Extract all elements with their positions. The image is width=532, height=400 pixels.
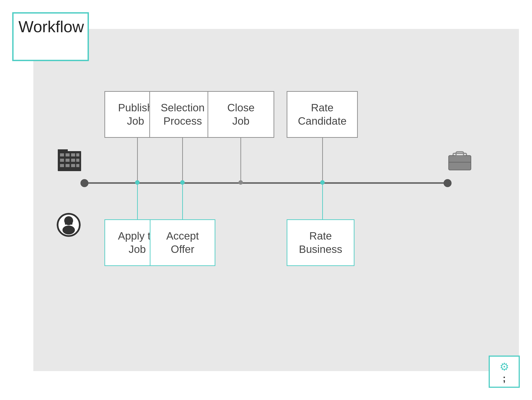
- apply-job-connector: [137, 184, 138, 219]
- svg-point-24: [63, 226, 75, 235]
- title-box: Workflow: [12, 12, 89, 61]
- rate-business-label: Rate Business: [299, 229, 342, 256]
- selection-process-label: Selection Process: [161, 101, 204, 128]
- publish-job-connector: [137, 138, 138, 183]
- rate-candidate-label: Rate Candidate: [298, 101, 347, 128]
- svg-rect-4: [76, 153, 79, 156]
- logo-box: ⚙ ;: [489, 356, 520, 388]
- svg-rect-5: [60, 159, 64, 162]
- selection-process-connector: [182, 138, 183, 183]
- accept-offer-connector: [182, 184, 183, 219]
- svg-rect-10: [66, 164, 70, 167]
- close-job-box[interactable]: Close Job: [208, 91, 274, 138]
- close-job-timeline-dot: [238, 180, 243, 185]
- svg-rect-2: [66, 153, 70, 156]
- page-title: Workflow: [19, 18, 84, 36]
- rate-business-connector: [322, 184, 323, 219]
- svg-point-26: [71, 223, 72, 225]
- svg-rect-1: [60, 153, 64, 156]
- apply-job-timeline-dot: [135, 180, 139, 185]
- svg-rect-13: [58, 149, 68, 152]
- accept-offer-label: Accept Offer: [166, 229, 199, 256]
- svg-rect-11: [71, 164, 75, 167]
- svg-rect-3: [71, 153, 75, 156]
- svg-rect-7: [71, 159, 75, 162]
- svg-point-25: [65, 223, 67, 225]
- publish-job-label: Publish Job: [118, 101, 153, 128]
- rate-candidate-connector: [322, 138, 323, 183]
- briefcase-icon: [448, 149, 472, 172]
- timeline-dot-end: [443, 179, 452, 187]
- rate-business-timeline-dot: [320, 180, 325, 185]
- svg-rect-12: [76, 164, 79, 167]
- rate-candidate-box[interactable]: Rate Candidate: [287, 91, 358, 138]
- accept-offer-timeline-dot: [180, 180, 185, 185]
- close-job-label: Close Job: [227, 101, 255, 128]
- selection-process-box[interactable]: Selection Process: [149, 91, 216, 138]
- timeline-dot-start: [80, 179, 89, 187]
- rate-business-box[interactable]: Rate Business: [287, 219, 355, 266]
- gray-panel: [33, 29, 519, 371]
- semicolon-icon: ;: [503, 374, 506, 383]
- svg-rect-8: [76, 159, 79, 162]
- svg-rect-6: [66, 159, 70, 162]
- close-job-connector: [241, 138, 241, 183]
- svg-rect-9: [60, 164, 64, 167]
- person-icon: [56, 212, 82, 239]
- building-icon: [57, 149, 82, 173]
- gear-icon: ⚙: [500, 361, 509, 373]
- accept-offer-box[interactable]: Accept Offer: [150, 219, 215, 266]
